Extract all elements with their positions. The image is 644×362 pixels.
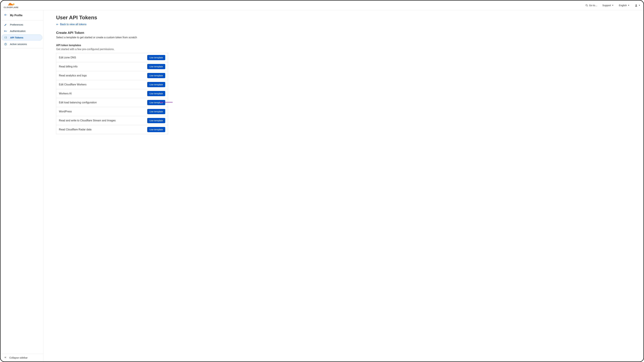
use-template-button[interactable]: Use template: [147, 82, 165, 87]
template-row: Edit load balancing configuration Use te…: [56, 98, 168, 107]
template-name: Edit load balancing configuration: [59, 101, 97, 104]
svg-point-1: [586, 4, 587, 6]
template-row: Workers AI Use template: [56, 89, 168, 98]
main-content: User API Tokens Back to view all tokens …: [43, 10, 644, 362]
template-row: Read and write to Cloudflare Stream and …: [56, 116, 168, 125]
sidebar-item-active-sessions[interactable]: Active sessions: [0, 41, 43, 47]
language-label: English: [619, 4, 627, 7]
template-row: Read analytics and logs Use template: [56, 71, 168, 80]
template-row: WordPress Use template: [56, 107, 168, 116]
template-name: Edit Cloudflare Workers: [59, 83, 86, 86]
svg-line-2: [587, 6, 588, 6]
svg-point-3: [636, 4, 637, 6]
sidebar-item-authentication[interactable]: Authentication: [0, 28, 43, 34]
use-template-button[interactable]: Use template: [147, 91, 165, 96]
template-name: Read billing info: [59, 65, 78, 68]
sidebar-header: My Profile: [0, 10, 43, 20]
sidebar-item-preferences[interactable]: Preferences: [0, 22, 43, 28]
nav-label: Preferences: [10, 23, 23, 26]
topbar: CLOUDFLARE Go to... Support ▼ English ▼ …: [0, 0, 644, 10]
app-frame: CLOUDFLARE Go to... Support ▼ English ▼ …: [0, 0, 644, 362]
clock-icon: [4, 43, 7, 46]
brand-text: CLOUDFLARE: [4, 6, 19, 8]
braces-icon: [4, 36, 7, 39]
templates-desc: Get started with a few pre-configured pe…: [56, 48, 631, 51]
caret-down-icon: ▼: [638, 4, 640, 6]
template-row: Read billing info Use template: [56, 62, 168, 71]
goto-label: Go to...: [589, 4, 597, 7]
topbar-right: Go to... Support ▼ English ▼ ▼: [586, 4, 640, 7]
use-template-button[interactable]: Use template: [147, 127, 165, 132]
svg-point-5: [4, 30, 5, 32]
use-template-button[interactable]: Use template: [147, 55, 165, 60]
template-name: Read and write to Cloudflare Stream and …: [59, 119, 116, 122]
templates-title: API token templates: [56, 44, 631, 47]
svg-point-0: [13, 4, 14, 5]
template-list: Edit zone DNS Use template Read billing …: [56, 53, 168, 134]
nav-label: Active sessions: [10, 43, 27, 46]
back-arrow-icon[interactable]: [4, 13, 7, 17]
template-name: Read Cloudflare Radar data: [59, 128, 92, 131]
language-menu[interactable]: English ▼: [619, 4, 630, 7]
cloud-icon: [7, 2, 16, 7]
use-template-button[interactable]: Use template: [147, 64, 165, 69]
section-desc: Select a template to get started or crea…: [56, 36, 631, 39]
pencil-icon: [4, 24, 7, 26]
user-icon: [635, 4, 638, 7]
collapse-sidebar-button[interactable]: Collapse sidebar: [0, 354, 43, 362]
search-icon: [586, 4, 588, 7]
back-to-tokens-link[interactable]: Back to view all tokens: [56, 23, 86, 26]
template-row: Edit zone DNS Use template: [56, 53, 168, 62]
caret-down-icon: ▼: [628, 4, 630, 6]
use-template-button[interactable]: Use template: [147, 73, 165, 78]
sidebar-item-api-tokens[interactable]: API Tokens: [2, 34, 42, 40]
sidebar-nav: Preferences Authentication API Tokens: [0, 20, 43, 48]
support-label: Support: [602, 4, 611, 7]
template-row: Read Cloudflare Radar data Use template: [56, 125, 168, 134]
goto-search[interactable]: Go to...: [586, 4, 597, 7]
template-name: Read analytics and logs: [59, 74, 87, 77]
sidebar-title: My Profile: [10, 14, 22, 17]
brand-logo[interactable]: CLOUDFLARE: [4, 2, 19, 8]
body: My Profile Preferences Authentication: [0, 10, 644, 362]
support-menu[interactable]: Support ▼: [602, 4, 614, 7]
page-title: User API Tokens: [56, 14, 631, 20]
template-name: Workers AI: [59, 92, 72, 95]
section-title: Create API Token: [56, 31, 631, 35]
use-template-button[interactable]: Use template: [147, 118, 165, 123]
use-template-button[interactable]: Use template: [147, 109, 165, 114]
key-icon: [4, 30, 7, 32]
caret-down-icon: ▼: [612, 4, 614, 6]
template-name: Edit zone DNS: [59, 56, 76, 59]
template-name: WordPress: [59, 110, 72, 113]
template-row: Edit Cloudflare Workers Use template: [56, 80, 168, 89]
user-menu[interactable]: ▼: [635, 4, 640, 7]
back-link-label: Back to view all tokens: [60, 23, 86, 26]
annotation-arrow-icon: [160, 101, 172, 104]
arrow-left-icon: [56, 23, 59, 26]
sidebar: My Profile Preferences Authentication: [0, 10, 43, 362]
collapse-label: Collapse sidebar: [9, 356, 28, 359]
collapse-icon: [4, 356, 7, 359]
svg-marker-11: [160, 102, 162, 103]
nav-label: API Tokens: [10, 36, 24, 39]
nav-label: Authentication: [10, 30, 26, 32]
